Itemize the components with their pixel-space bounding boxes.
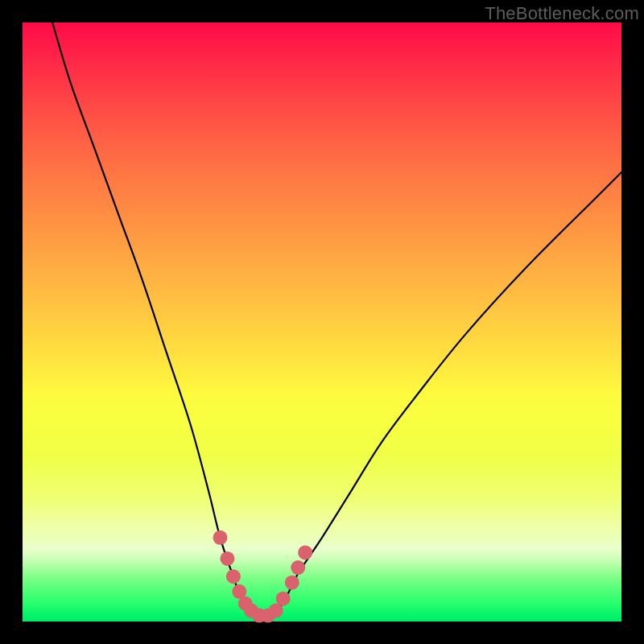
- marker-dot: [213, 530, 228, 545]
- marker-dot: [298, 545, 312, 559]
- chart-svg: [23, 23, 621, 621]
- marker-dot: [291, 560, 305, 575]
- marker-dot: [226, 569, 241, 584]
- watermark-text: TheBottleneck.com: [485, 3, 639, 24]
- bottleneck-curve: [52, 23, 621, 616]
- marker-dot: [276, 592, 291, 606]
- marker-dot: [285, 576, 299, 590]
- marker-dot: [220, 551, 234, 566]
- chart-plot-area: [23, 23, 621, 621]
- highlight-markers: [213, 530, 313, 623]
